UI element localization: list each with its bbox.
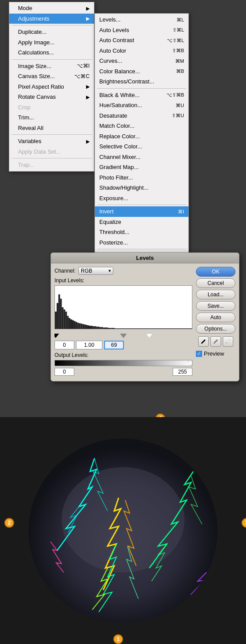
menu-item-pixel-aspect[interactable]: Pixel Aspect Ratio ▶ [9,82,94,92]
svg-rect-2 [58,295,60,329]
svg-rect-23 [94,326,96,329]
svg-rect-12 [76,322,77,329]
menu-item-equalize[interactable]: Equalize [95,217,188,227]
auto-button[interactable]: Auto [196,313,235,322]
svg-rect-11 [74,321,76,329]
svg-rect-17 [84,324,86,329]
menu-area: Mode ▶ Adjustments ▶ Duplicate... Apply … [0,0,246,233]
svg-marker-36 [120,334,127,338]
svg-rect-26 [99,327,101,329]
menu-item-hue-saturation[interactable]: Hue/Saturation... ⌘U [95,100,188,111]
menu-item-reveal-all[interactable]: Reveal All [9,123,94,133]
menu-item-invert[interactable]: Invert ⌘I [95,206,188,217]
input-white-field[interactable] [104,341,124,349]
menu-item-match-color[interactable]: Match Color... [95,121,188,131]
svg-rect-7 [67,316,69,329]
menu-item-selective-color[interactable]: Selective Color... [95,141,188,152]
separator-3 [11,134,92,135]
separator-r3 [97,249,186,249]
load-button[interactable]: Load... [196,290,235,299]
menu-item-threshold[interactable]: Threshold... [95,227,188,237]
svg-marker-37 [146,334,153,338]
channel-select[interactable]: RGB Red Green Blue [78,267,113,275]
svg-rect-21 [91,326,93,329]
menu-item-canvas-size[interactable]: Canvas Size... ⌥⌘C [9,71,94,82]
svg-rect-33 [115,328,192,329]
menu-item-replace-color[interactable]: Replace Color... [95,131,188,142]
svg-rect-15 [81,324,83,329]
output-black-field[interactable] [54,368,74,376]
levels-right-panel: OK Cancel Load... Save... Auto Options..… [196,267,235,378]
menu-item-curves[interactable]: Curves... ⌘M [95,56,188,66]
svg-rect-10 [72,320,74,329]
menu-item-channel-mixer[interactable]: Channel Mixer... [95,152,188,162]
menu-item-levels[interactable]: Levels... ⌘L [95,14,188,25]
svg-rect-5 [64,309,65,329]
menu-item-desaturate[interactable]: Desaturate ⇧⌘U [95,111,188,121]
menu-item-variables[interactable]: Variables ▶ [9,136,94,147]
output-white-field[interactable] [173,368,192,376]
menu-item-color-balance[interactable]: Color Balance... ⌘B [95,66,188,77]
menu-item-posterize[interactable]: Posterize... [95,237,188,248]
menu-item-gradient-map[interactable]: Gradient Map... [95,162,188,173]
menu-item-auto-levels[interactable]: Auto Levels ⇧⌘L [95,25,188,36]
svg-rect-18 [86,325,87,329]
menu-item-adjustments[interactable]: Adjustments ▶ [9,14,94,24]
input-slider-track[interactable] [54,332,192,339]
svg-rect-25 [98,327,100,329]
menu-item-exposure[interactable]: Exposure... [95,193,188,204]
menu-item-black-white[interactable]: Black & White... ⌥⇧⌘B [95,90,188,101]
svg-rect-1 [57,303,58,329]
menu-item-crop: Crop [9,102,94,113]
output-slider-track[interactable] [54,360,192,366]
menu-item-shadow-highlight[interactable]: Shadow/Highlight... [95,183,188,193]
eyedropper-gray-icon [213,338,219,345]
svg-rect-20 [89,326,91,329]
preview-label: Preview [204,350,224,357]
save-button[interactable]: Save... [196,301,235,311]
eyedropper-gray-btn[interactable] [210,336,221,347]
menu-item-mode[interactable]: Mode ▶ [9,3,94,14]
svg-rect-19 [87,325,89,329]
input-black-field[interactable] [54,341,74,349]
options-button[interactable]: Options... [196,324,235,334]
histogram-svg [55,286,192,329]
svg-point-45 [62,467,184,572]
ok-button[interactable]: OK [196,267,235,277]
channel-select-wrap[interactable]: RGB Red Green Blue [78,267,113,275]
separator-r1 [97,88,186,89]
menu-item-calculations[interactable]: Calculations... [9,47,94,58]
menu-item-auto-contrast[interactable]: Auto Contrast ⌥⇧⌘L [95,35,188,46]
input-gamma-field[interactable] [76,341,102,349]
menu-item-trap: Trap... [9,160,94,170]
separator-1 [11,25,92,25]
svg-marker-39 [188,361,192,366]
menu-item-photo-filter[interactable]: Photo Filter... [95,173,188,183]
menu-item-apply-image[interactable]: Apply Image... [9,37,94,48]
menu-item-image-size[interactable]: Image Size... ⌥⌘I [9,61,94,72]
left-dropdown: Mode ▶ Adjustments ▶ Duplicate... Apply … [9,2,94,172]
eyedropper-black-btn[interactable] [198,336,209,347]
svg-rect-4 [62,307,64,329]
right-dropdown: Levels... ⌘L Auto Levels ⇧⌘L Auto Contra… [94,13,189,263]
svg-rect-13 [77,323,79,329]
preview-checkbox[interactable]: ✓ [196,351,202,357]
menu-item-trim[interactable]: Trim... [9,112,94,123]
menu-item-rotate-canvas[interactable]: Rotate Canvas ▶ [9,92,94,102]
input-levels-label: Input Levels: [54,277,192,284]
svg-marker-38 [55,361,59,366]
levels-left-panel: Channel: RGB Red Green Blue Input Levels… [54,267,192,378]
cancel-button[interactable]: Cancel [196,278,235,288]
eyedropper-white-btn[interactable] [223,336,233,347]
svg-rect-14 [79,323,81,329]
menu-item-auto-color[interactable]: Auto Color ⇧⌘B [95,46,188,56]
svg-rect-28 [103,327,105,329]
menu-item-duplicate[interactable]: Duplicate... [9,27,94,37]
menu-item-brightness-contrast[interactable]: Brightness/Contrast... [95,76,188,87]
output-levels-label: Output Levels: [54,352,192,358]
eyedropper-black-icon [200,338,206,345]
svg-rect-8 [69,318,70,329]
levels-dialog: Levels Channel: RGB Red Green Blue Input… [51,252,239,381]
input-slider-svg [54,332,192,339]
svg-rect-22 [93,326,94,329]
